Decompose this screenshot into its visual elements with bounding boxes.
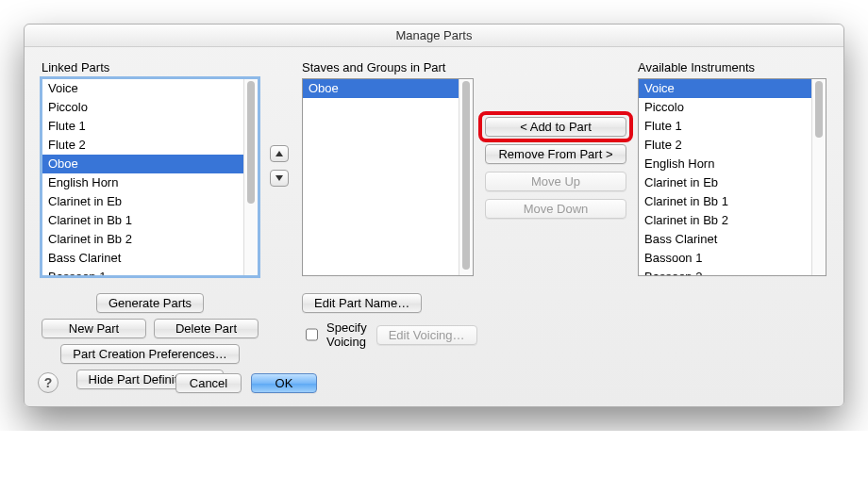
list-item[interactable]: English Horn (639, 155, 826, 173)
available-instruments-label: Available Instruments (638, 60, 826, 74)
edit-voicing-button[interactable]: Edit Voicing… (376, 325, 477, 345)
help-button[interactable]: ? (38, 372, 58, 393)
list-item[interactable]: Clarinet in Eb (42, 192, 258, 211)
svg-marker-0 (275, 151, 283, 156)
move-down-button[interactable]: Move Down (485, 199, 626, 219)
scrollbar-thumb[interactable] (815, 81, 823, 138)
available-scrollbar[interactable] (811, 79, 826, 275)
list-item[interactable]: Flute 1 (42, 117, 258, 136)
list-item[interactable]: Bass Clarinet (42, 249, 258, 268)
available-instruments-listbox[interactable]: VoicePiccoloFlute 1Flute 2English HornCl… (638, 78, 826, 276)
staves-listbox[interactable]: Oboe (302, 78, 474, 276)
part-assignment-buttons: < Add to Part Remove From Part > Move Up… (485, 60, 626, 389)
list-item[interactable]: Bassoon 1 (639, 249, 826, 268)
list-item[interactable]: Piccolo (42, 98, 258, 117)
scrollbar-thumb[interactable] (247, 81, 255, 204)
linked-parts-listbox[interactable]: VoicePiccoloFlute 1Flute 2OboeEnglish Ho… (42, 78, 259, 276)
part-creation-preferences-button[interactable]: Part Creation Preferences… (60, 344, 239, 364)
reorder-arrows (270, 60, 291, 389)
staves-buttons: Edit Part Name… Specify Voicing Edit Voi… (302, 293, 474, 349)
list-item[interactable]: Clarinet in Bb 2 (639, 211, 826, 230)
staves-scrollbar[interactable] (459, 79, 473, 275)
list-item[interactable]: Flute 2 (639, 136, 826, 155)
list-item[interactable]: Oboe (42, 155, 258, 173)
dialog-content: Linked Parts VoicePiccoloFlute 1Flute 2O… (25, 47, 843, 403)
cancel-button[interactable]: Cancel (175, 373, 242, 393)
list-item[interactable]: Voice (42, 79, 258, 98)
delete-part-button[interactable]: Delete Part (154, 319, 259, 338)
available-instruments-column: Available Instruments VoicePiccoloFlute … (638, 60, 826, 389)
list-item[interactable]: Voice (639, 79, 826, 98)
list-item[interactable]: Oboe (303, 79, 473, 98)
specify-voicing-label: Specify Voicing (326, 320, 367, 349)
generate-parts-button[interactable]: Generate Parts (96, 293, 204, 313)
window-title: Manage Parts (25, 25, 843, 47)
dialog-footer-buttons: Cancel OK (175, 373, 317, 393)
ok-button[interactable]: OK (251, 373, 317, 393)
specify-voicing-checkbox[interactable] (306, 328, 318, 341)
list-item[interactable]: Flute 2 (42, 136, 258, 155)
list-item[interactable]: Bassoon 1 (42, 268, 258, 276)
list-item[interactable]: Bassoon 2 (639, 268, 826, 276)
list-item[interactable]: Clarinet in Bb 2 (42, 230, 258, 249)
move-up-button[interactable]: Move Up (485, 172, 626, 191)
add-to-part-button[interactable]: < Add to Part (485, 117, 626, 137)
list-item[interactable]: Piccolo (639, 98, 826, 117)
edit-part-name-button[interactable]: Edit Part Name… (302, 293, 422, 313)
linked-parts-column: Linked Parts VoicePiccoloFlute 1Flute 2O… (42, 60, 259, 389)
linked-parts-scrollbar[interactable] (243, 79, 258, 275)
remove-from-part-button[interactable]: Remove From Part > (485, 144, 626, 164)
scrollbar-thumb[interactable] (462, 81, 470, 270)
arrow-down-icon[interactable] (270, 170, 289, 187)
list-item[interactable]: English Horn (42, 173, 258, 192)
list-item[interactable]: Clarinet in Bb 1 (42, 211, 258, 230)
linked-parts-label: Linked Parts (42, 60, 259, 74)
manage-parts-window: Manage Parts Linked Parts VoicePiccoloFl… (24, 24, 844, 407)
list-item[interactable]: Bass Clarinet (639, 230, 826, 249)
list-item[interactable]: Clarinet in Eb (639, 173, 826, 192)
svg-marker-1 (275, 175, 283, 181)
staves-column: Staves and Groups in Part Oboe Edit Part… (302, 60, 474, 389)
arrow-up-icon[interactable] (270, 145, 289, 162)
new-part-button[interactable]: New Part (42, 319, 146, 338)
list-item[interactable]: Clarinet in Bb 1 (639, 192, 826, 211)
staves-label: Staves and Groups in Part (302, 60, 474, 74)
list-item[interactable]: Flute 1 (639, 117, 826, 136)
